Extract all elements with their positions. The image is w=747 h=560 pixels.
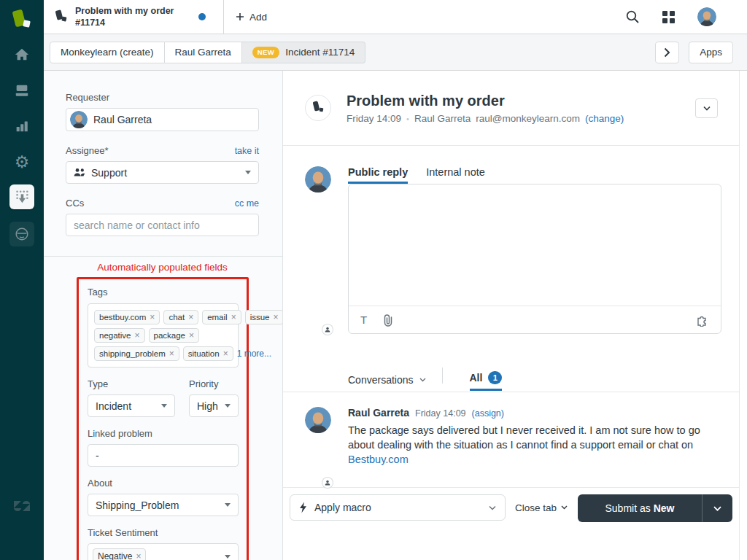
tag-pill[interactable]: package× (149, 328, 200, 343)
remove-tag-icon[interactable]: × (134, 331, 139, 340)
chevron-down-icon (561, 505, 568, 510)
add-tab-button[interactable]: Add (236, 0, 267, 34)
sentiment-value: Negative (98, 551, 132, 560)
about-select[interactable]: Shipping_Problem (88, 494, 239, 516)
apps-button[interactable]: Apps (689, 42, 733, 63)
ticket-title: Problem with my order (347, 92, 624, 109)
tag-pill[interactable]: chat× (163, 310, 198, 324)
conversations-dropdown[interactable]: Conversations (348, 374, 426, 386)
linked-problem-field[interactable]: - (88, 444, 239, 467)
ticket-requester-email: raul@monkeylearn.com (476, 113, 580, 124)
remove-tag-icon[interactable]: × (136, 552, 141, 560)
secondary-app-icon[interactable] (9, 222, 34, 246)
bestbuy-link[interactable]: Bestbuy.com (348, 454, 409, 465)
breadcrumb-ticket-label: Incident #11714 (285, 47, 355, 58)
user-avatar[interactable] (697, 7, 716, 26)
linked-problem-label: Linked problem (88, 428, 239, 439)
tag-pill[interactable]: bestbuy.com× (94, 310, 160, 324)
conversations-bar: Conversations All 1 (283, 368, 739, 392)
assignee-value: Support (91, 167, 127, 179)
search-icon[interactable] (625, 9, 640, 24)
next-ticket-button[interactable] (655, 42, 679, 63)
annotation-text: Automatically populated fields (66, 262, 259, 273)
remove-tag-icon[interactable]: × (274, 313, 279, 322)
monkeylearn-app-icon[interactable] (9, 184, 34, 209)
tag-label: situation (188, 349, 220, 358)
breadcrumb-ticket[interactable]: NEW Incident #11714 (242, 42, 365, 63)
remove-tag-icon[interactable]: × (188, 313, 193, 322)
monkeylearn-logo-icon[interactable] (9, 8, 35, 34)
product-grid-icon[interactable] (662, 11, 675, 23)
assignee-select[interactable]: Support (66, 161, 259, 184)
type-select[interactable]: Incident (88, 394, 175, 417)
apply-macro-select[interactable]: Apply macro (290, 494, 506, 521)
sentiment-tag-pill[interactable]: Negative × (93, 548, 146, 560)
text-format-icon[interactable]: T (360, 314, 367, 326)
ticket-options-button[interactable] (695, 98, 718, 118)
attachment-icon[interactable] (383, 314, 393, 327)
tag-pill[interactable]: shipping_problem× (94, 346, 179, 361)
open-ticket-tab[interactable]: Problem with my order #11714 (44, 0, 224, 34)
tag-pill[interactable]: issue× (245, 310, 283, 324)
type-label: Type (88, 378, 175, 389)
breadcrumb-organization[interactable]: Monkeylearn (create) (50, 42, 165, 63)
take-it-link[interactable]: take it (235, 146, 259, 156)
sentiment-label: Ticket Sentiment (88, 527, 239, 538)
change-requester-link[interactable]: (change) (585, 113, 624, 124)
tags-field[interactable]: bestbuy.com×chat×email×issue×negative×pa… (88, 303, 239, 368)
tag-pill[interactable]: situation× (183, 346, 233, 361)
ticket-favicon (54, 9, 69, 24)
top-right-controls (625, 0, 747, 34)
close-tab-button[interactable]: Close tab (515, 494, 568, 521)
ticket-time: Friday 14:09 (347, 113, 401, 124)
tab-internal-note[interactable]: Internal note (426, 166, 485, 184)
ccs-label: CCs (66, 198, 84, 209)
sentiment-select[interactable]: Negative × (88, 543, 239, 560)
home-icon[interactable] (13, 46, 31, 63)
remove-tag-icon[interactable]: × (169, 349, 174, 358)
tag-row: shipping_problem×situation×1 more... (94, 346, 232, 361)
views-icon[interactable] (13, 82, 31, 99)
remove-tag-icon[interactable]: × (223, 349, 228, 358)
tag-pill[interactable]: negative× (94, 328, 145, 343)
apps-puzzle-icon[interactable] (696, 314, 709, 327)
more-tags-link[interactable]: 1 more... (237, 349, 271, 359)
remove-tag-icon[interactable]: × (189, 331, 194, 340)
main-column: Problem with my order #11714 Add (44, 0, 747, 560)
logo-shape (23, 20, 31, 28)
status-badge-new: NEW (252, 47, 279, 58)
requester-field[interactable]: Raul Garreta (66, 108, 259, 131)
reporting-icon[interactable] (13, 117, 31, 135)
chevron-down-icon (419, 378, 426, 382)
chevron-down-icon (225, 404, 231, 408)
tab-public-reply[interactable]: Public reply (348, 166, 408, 184)
chevron-down-icon (703, 106, 711, 111)
add-label: Add (249, 12, 267, 23)
priority-select[interactable]: High (189, 394, 239, 417)
tag-label: negative (99, 331, 131, 340)
cc-me-link[interactable]: cc me (235, 198, 259, 209)
submit-options-button[interactable] (702, 494, 732, 522)
submit-group: Submit as New (578, 494, 732, 522)
submit-button[interactable]: Submit as New (578, 494, 702, 522)
submit-status: New (654, 502, 675, 514)
tab-all-conversations[interactable]: All 1 (470, 371, 503, 391)
type-value: Incident (96, 400, 131, 412)
composer-toolbar: T (349, 306, 721, 333)
end-user-badge-icon (322, 324, 333, 335)
remove-tag-icon[interactable]: × (150, 313, 155, 322)
reply-textarea[interactable] (349, 184, 721, 306)
group-icon (74, 168, 85, 177)
ccs-input[interactable] (66, 214, 259, 236)
about-value: Shipping_Problem (96, 499, 179, 511)
assign-link[interactable]: (assign) (472, 408, 504, 419)
message-body: The package says delivered but I never r… (348, 423, 717, 467)
breadcrumb-requester[interactable]: Raul Garreta (165, 42, 242, 63)
channel-icon (305, 95, 331, 121)
settings-gear-icon[interactable]: ⚙ (13, 153, 31, 171)
zendesk-app: ⚙ Problem with my order (0, 0, 747, 560)
chevron-down-icon (161, 404, 167, 408)
tag-pill[interactable]: email× (202, 310, 241, 324)
message-avatar (305, 407, 331, 433)
remove-tag-icon[interactable]: × (231, 313, 236, 322)
